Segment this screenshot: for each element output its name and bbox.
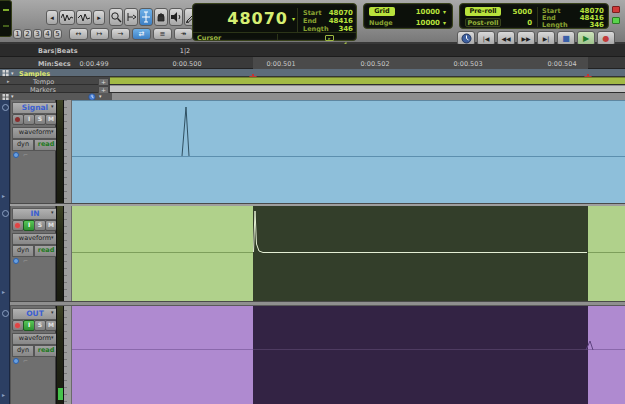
view-dropdown-icon[interactable]: ▾ — [51, 334, 54, 340]
nudge-value[interactable]: 10000 — [404, 19, 440, 27]
track-expand-icon[interactable]: ▸ — [2, 289, 5, 295]
main-counter-panel: 48070 ▾ Start End Length 48070 48416 346… — [192, 3, 357, 41]
automation-mode-button[interactable]: read — [34, 345, 58, 357]
sel-end-value[interactable]: 48416 — [325, 17, 353, 25]
record-dot-icon — [15, 223, 20, 228]
tab-to-transient-button[interactable]: ↔ — [69, 28, 88, 40]
zoom-preset-5[interactable]: 5 — [53, 29, 62, 39]
bars-beats-tick: 1|2 — [170, 47, 200, 55]
markers-ruler[interactable]: Markers + — [0, 85, 625, 93]
time-tick: 0:00.500 — [167, 60, 207, 68]
tempo-ruler[interactable]: ▸ Tempo + — [0, 77, 625, 85]
zoom-preset-3[interactable]: 3 — [33, 29, 42, 39]
counter-divider — [297, 8, 298, 32]
zoom-out-button[interactable]: ◂ — [46, 10, 58, 25]
protools-edit-window: ◂ ▸ 1 2 3 4 5 ↔ ↦ → ⇄ ≡ ↠ 48070 ▾ Start … — [0, 0, 625, 404]
track-header-in[interactable]: IN ▾ I S M waveform ▾ dyn read ⌐ — [10, 206, 56, 301]
playlist-selector-icon[interactable]: ▾ — [51, 209, 54, 215]
preroll-value[interactable]: 5000 — [504, 8, 532, 16]
led-edge-mark — [3, 9, 9, 11]
zero-line — [72, 349, 253, 350]
track-lane-signal[interactable] — [72, 100, 625, 203]
out-spike-waveform — [584, 339, 598, 351]
zero-line-dark — [253, 349, 588, 350]
track-meter-out — [56, 306, 64, 404]
sel-start-label: Start — [303, 9, 322, 17]
zoom-in-button[interactable]: ▸ — [93, 10, 105, 25]
freeze-icon[interactable] — [13, 258, 19, 264]
automation-mode-button[interactable]: read — [34, 245, 58, 257]
time-tick: 0:00.501 — [261, 60, 301, 68]
track-expand-icon[interactable]: ▸ — [2, 392, 5, 398]
track-dot-icon[interactable] — [2, 310, 9, 317]
mirrored-midi-button[interactable]: ↠ — [174, 28, 193, 40]
scrubber-tool-button[interactable] — [169, 8, 183, 26]
link-timeline-edit-button[interactable]: ↦ — [90, 28, 109, 40]
grid-indicator-icon[interactable]: ▸ — [325, 35, 334, 41]
zoom-preset-2[interactable]: 2 — [23, 29, 32, 39]
track-lane-out[interactable] — [72, 306, 625, 404]
meter-level-green — [58, 388, 63, 400]
linearity-dropdown-icon[interactable]: ▾ — [99, 93, 102, 99]
view-dropdown-icon[interactable]: ▾ — [51, 234, 54, 240]
dyn-button[interactable]: dyn — [12, 245, 34, 257]
insertion-follows-playback-button[interactable]: ⇄ — [132, 28, 151, 40]
track-dot-icon[interactable] — [2, 104, 9, 111]
sel-end-label: End — [303, 17, 317, 25]
automation-follows-edit-button[interactable]: ≡ — [153, 28, 172, 40]
preroll-button[interactable]: Pre-roll — [465, 7, 501, 16]
dyn-button[interactable]: dyn — [12, 139, 34, 151]
magnifier-icon — [110, 11, 122, 23]
track-lane-in[interactable] — [72, 206, 625, 301]
play-indicator-led — [612, 17, 620, 24]
vertical-zoom-button[interactable] — [59, 10, 75, 25]
zero-line — [72, 252, 253, 253]
dyn-button[interactable]: dyn — [12, 345, 34, 357]
grid-value[interactable]: 10000 — [404, 8, 440, 16]
tempo-expander-icon[interactable]: ▸ — [7, 78, 10, 84]
samples-ruler[interactable]: ▾ Samples — [0, 69, 625, 77]
postroll-button[interactable]: Post-roll — [465, 18, 501, 27]
min-secs-ruler[interactable]: Min:Secs 0:00.499 0:00.500 0:00.501 0:00… — [0, 57, 625, 69]
track-gutter-ruler — [64, 100, 72, 404]
playlist-selector-icon[interactable]: ▾ — [51, 103, 54, 109]
time-tick: 0:00.502 — [355, 60, 395, 68]
counter-dropdown-icon[interactable]: ▾ — [292, 15, 295, 22]
tr-length-value[interactable]: 346 — [576, 21, 604, 29]
track-expand-icon[interactable]: ▸ — [2, 193, 5, 199]
zoom-preset-4[interactable]: 4 — [43, 29, 52, 39]
elastic-audio-icon: ⌐ — [23, 257, 28, 264]
grid-value-dropdown-icon[interactable]: ▾ — [443, 8, 446, 15]
edit-view-dropdown-icon[interactable]: ▾ — [11, 93, 14, 99]
postroll-value[interactable]: 0 — [504, 19, 532, 27]
track-header-out[interactable]: OUT ▾ I S M waveform ▾ dyn read ⌐ — [10, 306, 56, 404]
waveform-zoom-icon — [78, 13, 90, 23]
bars-beats-ruler[interactable]: Bars|Beats 1|2 — [0, 44, 625, 57]
elastic-audio-icon: ⌐ — [23, 151, 28, 158]
transport-panel-divider — [537, 7, 538, 27]
grid-mode-button[interactable]: Grid — [369, 7, 395, 16]
horizontal-zoom-button[interactable] — [76, 10, 92, 25]
edit-selection-region — [253, 306, 588, 404]
main-counter-value[interactable]: 48070 — [203, 9, 288, 28]
zoom-preset-1[interactable]: 1 — [13, 29, 22, 39]
grabber-tool-button[interactable] — [154, 8, 168, 26]
automation-mode-button[interactable]: read — [34, 139, 58, 151]
selector-tool-button[interactable] — [139, 8, 153, 26]
ruler-view-grid-icon[interactable] — [2, 70, 10, 77]
freeze-icon[interactable] — [13, 358, 19, 364]
markers-lane[interactable] — [110, 85, 625, 92]
track-dot-icon[interactable] — [2, 210, 9, 217]
playlist-selector-icon[interactable]: ▾ — [51, 309, 54, 315]
nudge-value-dropdown-icon[interactable]: ▾ — [443, 19, 446, 26]
link-track-edit-button[interactable]: → — [111, 28, 130, 40]
freeze-icon[interactable] — [13, 152, 19, 158]
zoomer-tool-button[interactable] — [109, 8, 123, 26]
samples-dropdown-icon[interactable]: ▾ — [11, 70, 14, 76]
tempo-lane[interactable] — [110, 77, 625, 84]
track-header-signal[interactable]: Signal ▾ I S M waveform ▾ dyn read ⌐ — [10, 100, 56, 203]
view-dropdown-icon[interactable]: ▾ — [51, 128, 54, 134]
sel-start-value[interactable]: 48070 — [325, 9, 353, 17]
trim-tool-button[interactable] — [124, 8, 138, 26]
track-meter-in — [56, 206, 64, 301]
